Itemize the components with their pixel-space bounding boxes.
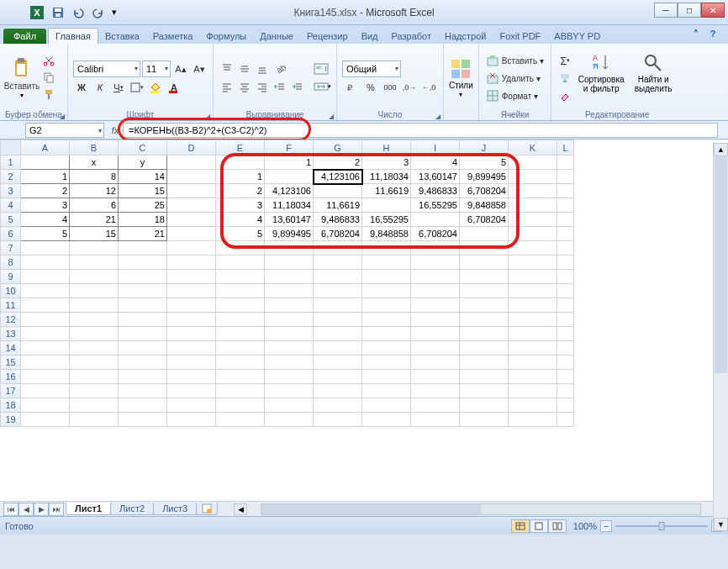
- cell-J10[interactable]: [460, 284, 509, 298]
- align-left-button[interactable]: [219, 79, 235, 96]
- cell-I10[interactable]: [411, 284, 460, 298]
- undo-button[interactable]: [69, 3, 87, 22]
- cell-D11[interactable]: [167, 298, 216, 313]
- fill-button[interactable]: [557, 70, 573, 87]
- cell-G4[interactable]: 11,6619: [314, 198, 362, 213]
- sort-filter-button[interactable]: АЯ Сортировка и фильтр: [577, 52, 625, 104]
- paste-button[interactable]: Вставить ▾: [5, 55, 39, 99]
- cell-L12[interactable]: [557, 313, 574, 327]
- cell-G7[interactable]: [314, 241, 362, 256]
- cell-A6[interactable]: 5: [21, 227, 70, 241]
- sheet-nav-prev[interactable]: ◀: [18, 503, 34, 516]
- cell-L5[interactable]: [557, 213, 574, 227]
- cell-D14[interactable]: [167, 341, 216, 356]
- cell-H16[interactable]: [362, 370, 411, 384]
- cell-D12[interactable]: [167, 313, 216, 327]
- comma-format-button[interactable]: 000: [381, 79, 399, 96]
- cell-D7[interactable]: [167, 241, 216, 256]
- tab-Разметка[interactable]: Разметка: [146, 29, 200, 44]
- cell-F4[interactable]: 11,18034: [265, 198, 314, 213]
- cell-C2[interactable]: 14: [119, 170, 167, 184]
- cell-A14[interactable]: [21, 341, 70, 356]
- cell-I6[interactable]: 6,708204: [411, 227, 460, 241]
- cell-K12[interactable]: [509, 313, 557, 327]
- cell-B1[interactable]: x: [70, 155, 119, 170]
- redo-button[interactable]: [89, 3, 108, 22]
- row-header-9[interactable]: 9: [1, 270, 21, 284]
- sheet-tab-Лист1[interactable]: Лист1: [66, 503, 111, 515]
- cell-C8[interactable]: [119, 256, 167, 270]
- cell-K7[interactable]: [509, 241, 557, 256]
- cell-F16[interactable]: [265, 370, 314, 384]
- accounting-format-button[interactable]: ₽: [342, 79, 361, 96]
- tab-Foxit PDF[interactable]: Foxit PDF: [493, 29, 547, 44]
- cell-K19[interactable]: [509, 413, 557, 427]
- qat-customize[interactable]: ▾: [109, 3, 119, 22]
- cell-I18[interactable]: [411, 398, 460, 413]
- cell-A18[interactable]: [21, 398, 70, 413]
- cell-H4[interactable]: [362, 198, 411, 213]
- cell-A16[interactable]: [21, 370, 70, 384]
- cell-L19[interactable]: [557, 413, 574, 427]
- row-header-6[interactable]: 6: [1, 227, 21, 241]
- cell-L13[interactable]: [557, 327, 574, 341]
- col-header-H[interactable]: H: [362, 140, 411, 155]
- cell-H7[interactable]: [362, 241, 411, 256]
- cell-D15[interactable]: [167, 356, 216, 370]
- cell-L17[interactable]: [557, 384, 574, 398]
- horizontal-scrollbar[interactable]: [261, 503, 701, 515]
- row-header-1[interactable]: 1: [1, 155, 21, 170]
- insert-function-button[interactable]: fx: [108, 123, 123, 138]
- cell-E16[interactable]: [216, 370, 265, 384]
- select-all-button[interactable]: [1, 140, 21, 155]
- cell-F10[interactable]: [265, 284, 314, 298]
- cell-F13[interactable]: [265, 327, 314, 341]
- minimize-button[interactable]: ─: [654, 3, 678, 18]
- cell-B19[interactable]: [70, 413, 119, 427]
- row-header-13[interactable]: 13: [1, 327, 21, 341]
- cell-D19[interactable]: [167, 413, 216, 427]
- cell-E11[interactable]: [216, 298, 265, 313]
- clear-button[interactable]: [557, 87, 573, 104]
- cell-L4[interactable]: [557, 198, 574, 213]
- cell-K16[interactable]: [509, 370, 557, 384]
- cell-H5[interactable]: 16,55295: [362, 213, 411, 227]
- cell-H2[interactable]: 11,18034: [362, 170, 411, 184]
- file-tab[interactable]: Файл: [3, 29, 46, 44]
- cell-C5[interactable]: 18: [119, 213, 167, 227]
- col-header-F[interactable]: F: [265, 140, 314, 155]
- cell-E4[interactable]: 3: [216, 198, 265, 213]
- find-select-button[interactable]: Найти и выделить: [629, 52, 678, 104]
- cell-G1[interactable]: 2: [314, 155, 362, 170]
- cell-C12[interactable]: [119, 313, 167, 327]
- cell-D6[interactable]: [167, 227, 216, 241]
- cell-G8[interactable]: [314, 256, 362, 270]
- cell-K10[interactable]: [509, 284, 557, 298]
- cell-E18[interactable]: [216, 398, 265, 413]
- tab-Вид[interactable]: Вид: [355, 29, 385, 44]
- cell-K18[interactable]: [509, 398, 557, 413]
- cell-I8[interactable]: [411, 256, 460, 270]
- cell-F12[interactable]: [265, 313, 314, 327]
- cell-K9[interactable]: [509, 270, 557, 284]
- number-dialog-launcher[interactable]: ◢: [435, 113, 440, 120]
- cell-G14[interactable]: [314, 341, 362, 356]
- cell-C14[interactable]: [119, 341, 167, 356]
- cell-L18[interactable]: [557, 398, 574, 413]
- cell-K5[interactable]: [509, 213, 557, 227]
- cell-K13[interactable]: [509, 327, 557, 341]
- scroll-left-button[interactable]: ◀: [234, 503, 247, 515]
- cell-H13[interactable]: [362, 327, 411, 341]
- align-center-button[interactable]: [236, 79, 253, 96]
- cell-H3[interactable]: 11,6619: [362, 184, 411, 198]
- name-box[interactable]: G2▾: [25, 123, 104, 138]
- cell-B11[interactable]: [70, 298, 119, 313]
- cell-D3[interactable]: [167, 184, 216, 198]
- cell-B6[interactable]: 15: [70, 227, 119, 241]
- cell-B8[interactable]: [70, 256, 119, 270]
- new-sheet-button[interactable]: [196, 503, 218, 515]
- align-right-button[interactable]: [254, 79, 271, 96]
- cell-I1[interactable]: 4: [411, 155, 460, 170]
- cell-F15[interactable]: [265, 356, 314, 370]
- tab-Главная[interactable]: Главная: [48, 28, 98, 44]
